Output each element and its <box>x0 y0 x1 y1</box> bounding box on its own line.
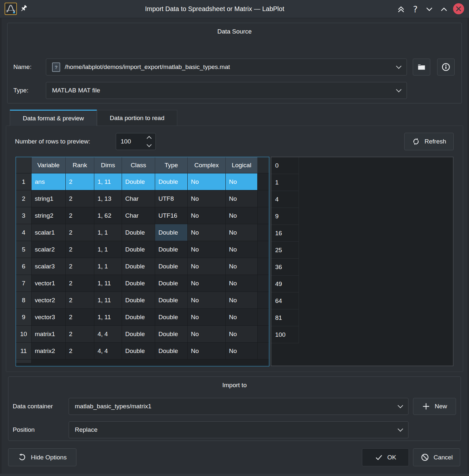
column-header-dims[interactable]: Dims <box>94 157 122 173</box>
table-cell[interactable]: No <box>226 292 258 309</box>
table-row[interactable]: 7vector121, 11DoubleDoubleNoNo <box>16 275 269 292</box>
table-cell[interactable]: No <box>188 207 226 224</box>
table-cell[interactable]: Double <box>122 292 155 309</box>
table-cell[interactable]: No <box>226 173 258 190</box>
ok-button[interactable]: OK <box>362 448 409 466</box>
table-cell[interactable]: No <box>188 326 226 343</box>
table-cell[interactable]: 4, 4 <box>94 326 122 343</box>
spin-down-icon[interactable] <box>147 142 152 147</box>
preview-cell[interactable]: 36 <box>271 259 299 276</box>
pin-icon[interactable] <box>20 4 29 13</box>
table-cell[interactable]: No <box>188 343 226 360</box>
table-cell[interactable]: No <box>188 190 226 207</box>
table-cell[interactable]: No <box>188 275 226 292</box>
table-cell[interactable]: 1, 1 <box>94 241 122 258</box>
table-cell[interactable]: 1, 11 <box>94 309 122 326</box>
column-header-rank[interactable]: Rank <box>66 157 94 173</box>
table-cell[interactable]: No <box>188 309 226 326</box>
row-number[interactable]: 11 <box>16 343 32 360</box>
table-cell[interactable]: No <box>188 173 226 190</box>
position-combobox[interactable]: Replace <box>69 421 409 438</box>
table-cell[interactable]: No <box>188 258 226 275</box>
table-cell[interactable]: vector1 <box>32 275 66 292</box>
hide-options-button[interactable]: Hide Options <box>8 448 76 466</box>
filename-combobox[interactable]: /home/labplot/demos/import_export/matlab… <box>46 59 407 75</box>
row-number[interactable]: 6 <box>16 258 32 275</box>
column-header-complex[interactable]: Complex <box>188 157 226 173</box>
row-number[interactable]: 1 <box>16 173 32 190</box>
table-cell[interactable]: No <box>226 309 258 326</box>
table-cell[interactable]: Double <box>122 224 155 241</box>
table-cell[interactable]: No <box>226 190 258 207</box>
preview-cell[interactable]: 1 <box>271 174 299 191</box>
table-cell[interactable]: 1, 1 <box>94 258 122 275</box>
table-cell[interactable]: Double <box>122 258 155 275</box>
row-number[interactable]: 3 <box>16 207 32 224</box>
table-cell[interactable]: No <box>188 224 226 241</box>
table-cell[interactable]: string1 <box>32 190 66 207</box>
file-info-button[interactable] <box>437 59 455 75</box>
filetype-combobox[interactable]: MATLAB MAT file <box>46 82 407 99</box>
help-button[interactable]: ? <box>410 4 421 15</box>
table-cell[interactable]: 2 <box>66 309 94 326</box>
table-cell[interactable]: Double <box>122 275 155 292</box>
table-cell[interactable]: 2 <box>66 173 94 190</box>
preview-cell[interactable]: 49 <box>271 276 299 292</box>
table-cell[interactable]: Double <box>155 241 188 258</box>
table-cell[interactable]: Double <box>122 173 155 190</box>
table-row[interactable]: 5scalar221, 1DoubleDoubleNoNo <box>16 241 269 258</box>
minimize-button[interactable] <box>424 4 435 15</box>
table-cell[interactable]: scalar3 <box>32 258 66 275</box>
table-cell[interactable]: matrix2 <box>32 343 66 360</box>
spin-up-icon[interactable] <box>147 136 152 141</box>
row-number[interactable]: 5 <box>16 241 32 258</box>
table-cell[interactable]: 1, 11 <box>94 173 122 190</box>
table-cell[interactable]: No <box>188 241 226 258</box>
maximize-button[interactable] <box>438 4 449 15</box>
table-cell[interactable]: Double <box>122 343 155 360</box>
table-cell[interactable]: No <box>226 258 258 275</box>
table-cell[interactable]: Char <box>122 190 155 207</box>
close-button[interactable] <box>453 3 464 14</box>
rows-spinbox[interactable]: 100 <box>116 133 156 150</box>
table-row[interactable]: 4scalar121, 1DoubleDoubleNoNo <box>16 224 269 241</box>
preview-cell[interactable]: 81 <box>271 309 299 326</box>
table-cell[interactable]: Double <box>155 309 188 326</box>
table-row[interactable]: 9vector321, 11DoubleDoubleNoNo <box>16 309 269 326</box>
table-cell[interactable]: Double <box>122 241 155 258</box>
table-cell[interactable]: Double <box>155 173 188 190</box>
table-cell[interactable]: Double <box>155 343 188 360</box>
row-number[interactable]: 9 <box>16 309 32 326</box>
cancel-button[interactable]: Cancel <box>413 448 460 466</box>
table-row[interactable]: 2string121, 13CharUTF8NoNo <box>16 190 269 207</box>
table-row[interactable]: 10matrix124, 4DoubleDoubleNoNo <box>16 326 269 343</box>
preview-cell[interactable]: 0 <box>271 157 299 174</box>
table-cell[interactable]: Double <box>155 275 188 292</box>
table-row[interactable]: 3string221, 62CharUTF16NoNo <box>16 207 269 224</box>
table-cell[interactable]: ans <box>32 173 66 190</box>
table-cell[interactable]: 2 <box>66 224 94 241</box>
table-cell[interactable]: No <box>226 207 258 224</box>
preview-cell[interactable]: 64 <box>271 292 299 309</box>
open-file-button[interactable] <box>413 59 430 75</box>
preview-cell[interactable]: 16 <box>271 225 299 242</box>
app-icon[interactable] <box>5 3 17 15</box>
table-cell[interactable]: UTF8 <box>155 190 188 207</box>
column-header-logical[interactable]: Logical <box>226 157 258 173</box>
table-cell[interactable]: No <box>188 292 226 309</box>
table-cell[interactable]: 1, 62 <box>94 207 122 224</box>
table-cell[interactable]: No <box>226 343 258 360</box>
table-cell[interactable]: Double <box>155 326 188 343</box>
table-cell[interactable]: string2 <box>32 207 66 224</box>
table-cell[interactable]: 2 <box>66 326 94 343</box>
table-cell[interactable]: 2 <box>66 343 94 360</box>
table-cell[interactable]: 2 <box>66 275 94 292</box>
table-row[interactable]: 6scalar321, 1DoubleDoubleNoNo <box>16 258 269 275</box>
table-cell[interactable]: 2 <box>66 207 94 224</box>
table-cell[interactable]: Double <box>155 258 188 275</box>
column-header-type[interactable]: Type <box>155 157 188 173</box>
table-cell[interactable]: 4, 4 <box>94 343 122 360</box>
table-cell[interactable]: scalar2 <box>32 241 66 258</box>
row-number[interactable]: 2 <box>16 190 32 207</box>
row-number[interactable]: 10 <box>16 326 32 343</box>
